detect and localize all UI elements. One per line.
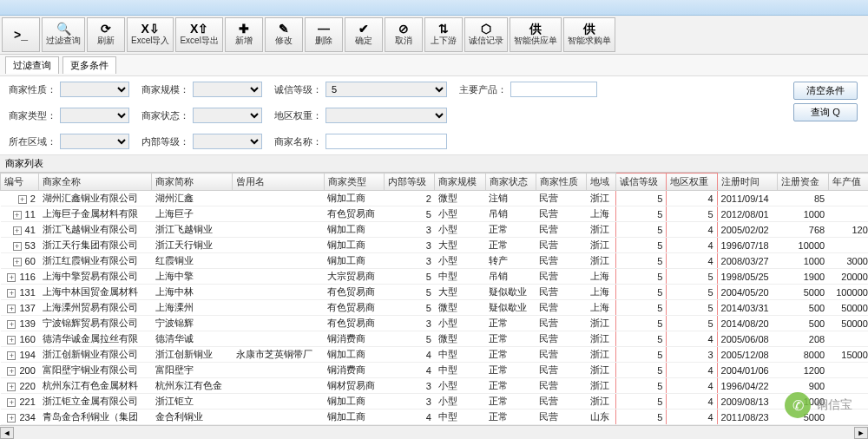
cell: 5 xyxy=(616,222,667,238)
cell: 民营 xyxy=(536,269,586,285)
cell: 大型 xyxy=(435,285,485,300)
sel-region[interactable] xyxy=(60,134,129,149)
tab-more-conditions[interactable]: 更多条件 xyxy=(62,56,116,74)
expand-icon[interactable]: + xyxy=(7,367,16,376)
col-header[interactable]: 商家规模 xyxy=(435,174,485,191)
cell: 5 xyxy=(616,253,667,269)
scroll-right-icon[interactable]: ► xyxy=(854,427,868,439)
col-header[interactable]: 地域 xyxy=(587,174,616,191)
cell: 1200 xyxy=(778,363,828,378)
cell: 5 xyxy=(385,331,435,347)
table-row[interactable]: +139宁波锦辉贸易有限公司宁波锦辉有色贸易商3小型正常民营浙江552014/0… xyxy=(1,316,869,331)
expand-icon[interactable]: + xyxy=(7,383,16,391)
expand-icon[interactable]: + xyxy=(7,305,16,313)
expand-icon[interactable]: + xyxy=(7,289,16,298)
sel-merchant-status[interactable] xyxy=(193,108,262,123)
col-header[interactable]: 诚信等级 xyxy=(616,174,667,191)
col-header[interactable]: 地区权重 xyxy=(667,174,717,191)
edit-button[interactable]: ✎修改 xyxy=(265,17,303,52)
cell: 0 xyxy=(828,378,868,394)
ok-button[interactable]: ✔确定 xyxy=(345,17,383,52)
table-row[interactable]: +131上海中林国贸金属材料上海中林有色贸易商5大型疑似歇业民营上海552004… xyxy=(1,285,869,300)
expand-icon[interactable]: + xyxy=(18,195,27,204)
expand-icon[interactable]: + xyxy=(7,398,16,407)
expand-icon[interactable]: + xyxy=(13,211,22,220)
cell: +11 xyxy=(1,206,39,222)
sel-merchant-nature[interactable] xyxy=(60,82,129,97)
sel-region-weight[interactable] xyxy=(326,108,447,123)
table-row[interactable]: +11上海巨子金属材料有限上海巨子有色贸易商5小型吊销民营上海552012/08… xyxy=(1,206,869,222)
credit-record-button[interactable]: ⬡诚信记录 xyxy=(464,17,508,52)
expand-icon[interactable]: + xyxy=(13,258,22,266)
col-header[interactable]: 注册资金 xyxy=(778,174,828,191)
cell: 5 xyxy=(616,269,667,285)
console-button[interactable]: >_ xyxy=(2,17,40,52)
filter-query-button[interactable]: 🔍过滤查询 xyxy=(42,17,85,52)
cell: 正常 xyxy=(485,347,536,363)
expand-icon[interactable]: + xyxy=(7,414,16,423)
table-row[interactable]: +194浙江创新铜业有限公司浙江创新铜业永康市芝英铜带厂铜加工商4中型正常民营浙… xyxy=(1,347,869,363)
expand-icon[interactable]: + xyxy=(7,336,16,344)
horizontal-scrollbar[interactable]: ◄ ► xyxy=(0,425,868,439)
updown-button[interactable]: ⇅上下游 xyxy=(424,17,463,52)
watermark-text: 铜信宝 xyxy=(816,397,852,413)
smart-buy-button[interactable]: 供智能求购单 xyxy=(563,17,615,52)
expand-icon[interactable]: + xyxy=(7,351,16,360)
cell: 永康市芝英铜带厂 xyxy=(233,347,324,363)
table-row[interactable]: +160德清华诚金属拉丝有限德清华诚铜消费商5微型正常民营浙江542005/06… xyxy=(1,331,869,347)
sel-internal-level[interactable] xyxy=(193,134,262,149)
col-header[interactable]: 商家简称 xyxy=(152,174,233,191)
refresh-button[interactable]: ⟳刷新 xyxy=(87,17,125,52)
add-button[interactable]: ✚新增 xyxy=(225,17,263,52)
btn-clear[interactable]: 清空条件 xyxy=(793,82,858,100)
table-row[interactable]: +2湖州汇鑫铜业有限公司湖州汇鑫铜加工商2微型注销民营浙江542011/09/1… xyxy=(1,191,869,206)
table-row[interactable]: +60浙江红霞铜业有限公司红霞铜业铜加工商3小型转产民营浙江542008/03/… xyxy=(1,253,869,269)
cell: 有色贸易商 xyxy=(324,316,384,331)
col-header[interactable]: 商家类型 xyxy=(324,174,384,191)
sel-merchant-scale[interactable] xyxy=(193,82,262,97)
cell: 1998/05/25 xyxy=(717,269,778,285)
table-row[interactable]: +137上海溧州贸易有限公司上海溧州有色贸易商5微型疑似歇业民营上海552014… xyxy=(1,300,869,316)
btn-query[interactable]: 查询 Q xyxy=(793,103,858,121)
col-header[interactable]: 商家全称 xyxy=(39,174,152,191)
expand-icon[interactable]: + xyxy=(13,226,22,235)
cell: 民营 xyxy=(536,285,586,300)
expand-icon[interactable]: + xyxy=(7,320,16,329)
inp-merchant-name[interactable] xyxy=(326,134,447,149)
table-row[interactable]: +200富阳壁宇铜业有限公司富阳壁宇铜消费商4中型正常民营浙江542004/01… xyxy=(1,363,869,378)
delete-button[interactable]: —删除 xyxy=(305,17,343,52)
inp-main-product[interactable] xyxy=(510,82,597,97)
tab-filter-query[interactable]: 过滤查询 xyxy=(5,56,59,74)
scroll-left-icon[interactable]: ◄ xyxy=(0,427,14,439)
cell: 浙江 xyxy=(587,378,616,394)
cell: 注销 xyxy=(485,191,536,206)
col-header[interactable]: 编号 xyxy=(1,174,39,191)
table-row[interactable]: +234青岛金合利铜业（集团金合利铜业铜加工商4中型正常民营山东542011/0… xyxy=(1,410,869,425)
expand-icon[interactable]: + xyxy=(13,242,22,251)
table-row[interactable]: +53浙江天行集团有限公司浙江天行铜业铜加工商3大型正常民营浙江541996/0… xyxy=(1,238,869,253)
table-row[interactable]: +220杭州东江有色金属材料杭州东江有色金铜材贸易商3小型正常民营浙江54199… xyxy=(1,378,869,394)
cell: 上海巨子 xyxy=(152,206,233,222)
smart-supply-button[interactable]: 供智能供应单 xyxy=(510,17,562,52)
data-grid[interactable]: 编号商家全称商家简称曾用名商家类型内部等级商家规模商家状态商家性质地域诚信等级地… xyxy=(0,173,868,439)
col-header[interactable]: 内部等级 xyxy=(385,174,435,191)
table-row[interactable]: +41浙江飞越铜业有限公司浙江飞越铜业铜加工商3小型正常民营浙江542005/0… xyxy=(1,222,869,238)
excel-import-button[interactable]: X⇩Excel导入 xyxy=(127,17,174,52)
col-header[interactable]: 曾用名 xyxy=(233,174,324,191)
col-header[interactable]: 商家性质 xyxy=(536,174,586,191)
cell: 湖州汇鑫 xyxy=(152,191,233,206)
col-header[interactable]: 注册时间 xyxy=(717,174,778,191)
table-row[interactable]: +221浙江钜立金属有限公司浙江钜立铜加工商3小型正常民营浙江542009/08… xyxy=(1,394,869,410)
cell: 铜加工商 xyxy=(324,253,384,269)
cell: 民营 xyxy=(536,410,586,425)
col-header[interactable]: 商家状态 xyxy=(485,174,536,191)
sel-credit-level[interactable]: 5 xyxy=(326,82,447,97)
sel-merchant-type[interactable] xyxy=(60,108,129,123)
expand-icon[interactable]: + xyxy=(7,273,16,282)
table-row[interactable]: +116上海中擎贸易有限公司上海中擎大宗贸易商5中型吊销民营上海551998/0… xyxy=(1,269,869,285)
excel-export-button[interactable]: X⇧Excel导出 xyxy=(175,17,222,52)
cell: 5 xyxy=(385,300,435,316)
col-header[interactable]: 年产值 xyxy=(828,174,868,191)
cancel-button[interactable]: ⊘取消 xyxy=(385,17,423,52)
cell: 金合利铜业 xyxy=(152,410,233,425)
